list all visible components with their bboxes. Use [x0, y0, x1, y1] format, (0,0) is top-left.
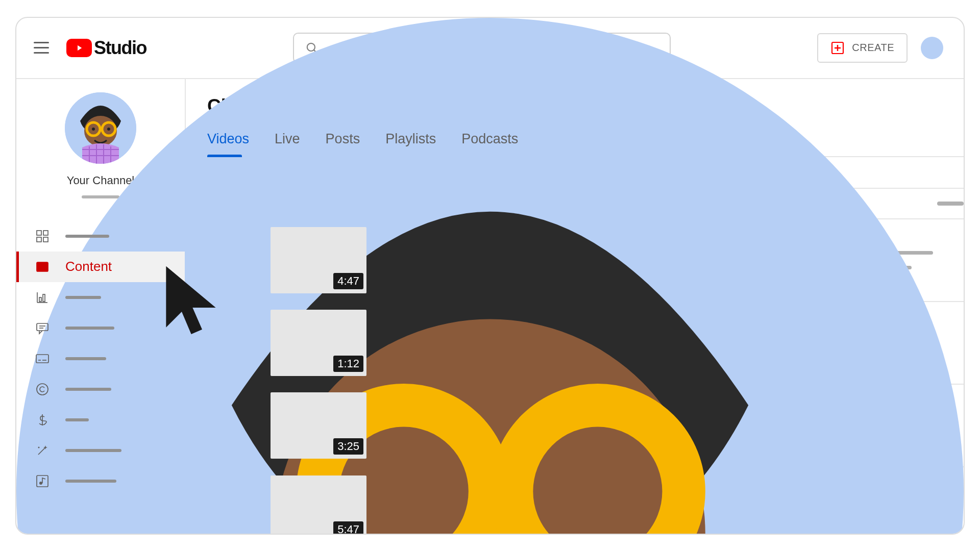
sidebar-item-subtitles[interactable] — [16, 343, 185, 374]
tab-podcasts[interactable]: Podcasts — [461, 131, 518, 156]
sidebar-label-placeholder — [65, 296, 101, 299]
sidebar-item-comments[interactable] — [16, 313, 185, 343]
chart-icon — [35, 290, 50, 305]
sidebar-label-placeholder — [65, 449, 121, 452]
sidebar-item-content[interactable]: Content — [16, 252, 185, 282]
svg-rect-26 — [37, 323, 48, 331]
video-thumbnail[interactable]: 4:47 — [271, 227, 366, 293]
cc-icon — [35, 351, 50, 366]
sidebar-label-placeholder — [65, 388, 111, 391]
svg-point-35 — [38, 446, 40, 448]
sidebar-item-dashboard[interactable] — [16, 221, 185, 252]
svg-rect-18 — [43, 231, 48, 235]
sidebar-nav: Content — [16, 221, 185, 496]
video-duration: 3:25 — [333, 438, 363, 455]
video-duration: 4:47 — [333, 273, 363, 289]
svg-point-32 — [37, 384, 48, 395]
sidebar-item-customization[interactable] — [16, 435, 185, 466]
svg-rect-17 — [37, 231, 41, 235]
play-box-icon — [35, 259, 50, 274]
svg-rect-19 — [37, 237, 41, 242]
sidebar-item-label: Content — [65, 259, 112, 274]
dollar-icon — [35, 412, 50, 428]
sidebar-label-placeholder — [65, 235, 109, 238]
sidebar-item-audio[interactable] — [16, 466, 185, 496]
channel-avatar[interactable] — [65, 92, 136, 164]
svg-point-37 — [39, 482, 42, 485]
tab-live[interactable]: Live — [275, 131, 300, 156]
music-box-icon — [35, 473, 50, 489]
tab-playlists[interactable]: Playlists — [385, 131, 436, 156]
svg-point-5 — [921, 37, 943, 59]
video-duration: 1:12 — [333, 356, 363, 372]
account-avatar[interactable] — [921, 37, 943, 59]
c-circle-icon — [35, 382, 50, 397]
sidebar-label-placeholder — [65, 357, 106, 360]
svg-point-15 — [92, 128, 95, 131]
svg-rect-24 — [39, 297, 41, 302]
sidebar-item-analytics[interactable] — [16, 282, 185, 313]
svg-rect-20 — [43, 237, 48, 242]
sidebar-label-placeholder — [65, 327, 114, 330]
grid-icon — [35, 229, 50, 244]
video-thumbnail[interactable]: 3:25 — [271, 392, 366, 459]
svg-rect-29 — [36, 355, 48, 363]
tab-posts[interactable]: Posts — [326, 131, 360, 156]
video-thumbnail[interactable]: 5:47 — [271, 475, 366, 534]
svg-line-34 — [38, 447, 45, 455]
sidebar-item-earn[interactable] — [16, 405, 185, 435]
video-duration: 5:47 — [333, 521, 363, 534]
sidebar-label-placeholder — [65, 480, 116, 483]
comment-icon — [35, 320, 50, 336]
sidebar-label-placeholder — [65, 418, 89, 421]
wand-icon — [35, 443, 50, 458]
svg-point-16 — [107, 128, 110, 131]
video-thumbnail[interactable]: 1:12 — [271, 310, 366, 376]
app-window: Studio CREATE — [15, 17, 965, 535]
tab-videos[interactable]: Videos — [207, 131, 249, 156]
sidebar-item-copyright[interactable] — [16, 374, 185, 405]
svg-rect-25 — [43, 294, 45, 302]
app-header: Studio CREATE — [16, 18, 964, 79]
